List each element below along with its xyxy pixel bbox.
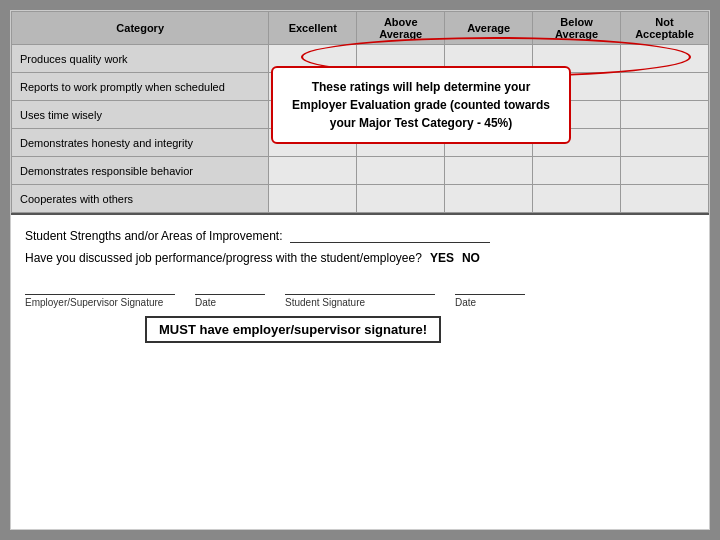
date1-label: Date — [195, 297, 216, 308]
rating-cell[interactable] — [269, 185, 357, 213]
discussed-label: Have you discussed job performance/progr… — [25, 251, 422, 265]
rating-cell[interactable] — [445, 157, 533, 185]
category-cell: Demonstrates honesty and integrity — [12, 129, 269, 157]
discussed-row: Have you discussed job performance/progr… — [25, 251, 695, 265]
employer-sig-block: Employer/Supervisor Signature — [25, 277, 175, 308]
rating-cell[interactable] — [621, 185, 709, 213]
student-sig-line[interactable] — [285, 277, 435, 295]
yes-label: YES — [430, 251, 454, 265]
rating-cell[interactable] — [533, 185, 621, 213]
excellent-header: Excellent — [269, 12, 357, 45]
above-average-header: Above Average — [357, 12, 445, 45]
category-cell: Produces quality work — [12, 45, 269, 73]
not-acceptable-header: Not Acceptable — [621, 12, 709, 45]
rating-cell[interactable] — [269, 157, 357, 185]
employer-sig-label: Employer/Supervisor Signature — [25, 297, 163, 308]
table-row: Cooperates with others — [12, 185, 709, 213]
below-average-header: Below Average — [533, 12, 621, 45]
average-header: Average — [445, 12, 533, 45]
rating-cell[interactable] — [445, 185, 533, 213]
strengths-label: Student Strengths and/or Areas of Improv… — [25, 229, 282, 243]
main-page: These ratings will help determine your E… — [10, 10, 710, 530]
category-cell: Demonstrates responsible behavior — [12, 157, 269, 185]
rating-cell[interactable] — [357, 157, 445, 185]
table-row: Demonstrates responsible behavior — [12, 157, 709, 185]
category-cell: Uses time wisely — [12, 101, 269, 129]
form-section: Student Strengths and/or Areas of Improv… — [11, 213, 709, 529]
category-cell: Reports to work promptly when scheduled — [12, 73, 269, 101]
strengths-input[interactable] — [290, 225, 490, 243]
must-have-box: MUST have employer/supervisor signature! — [145, 316, 441, 343]
date2-block: Date — [455, 277, 525, 308]
strengths-row: Student Strengths and/or Areas of Improv… — [25, 225, 695, 243]
rating-cell[interactable] — [357, 185, 445, 213]
rating-cell[interactable] — [621, 129, 709, 157]
category-cell: Cooperates with others — [12, 185, 269, 213]
tooltip-box: These ratings will help determine your E… — [271, 66, 571, 144]
rating-cell[interactable] — [621, 157, 709, 185]
no-label: NO — [462, 251, 480, 265]
date1-block: Date — [195, 277, 265, 308]
rating-cell[interactable] — [533, 157, 621, 185]
date1-line[interactable] — [195, 277, 265, 295]
student-sig-label: Student Signature — [285, 297, 365, 308]
date2-line[interactable] — [455, 277, 525, 295]
rating-cell[interactable] — [621, 101, 709, 129]
tooltip-text: These ratings will help determine your E… — [292, 80, 550, 130]
category-header: Category — [12, 12, 269, 45]
employer-sig-line[interactable] — [25, 277, 175, 295]
must-have-text: MUST have employer/supervisor signature! — [159, 322, 427, 337]
rating-cell[interactable] — [621, 73, 709, 101]
date2-label: Date — [455, 297, 476, 308]
signature-row: Employer/Supervisor Signature Date Stude… — [25, 277, 695, 308]
student-sig-block: Student Signature — [285, 277, 435, 308]
rating-cell[interactable] — [621, 45, 709, 73]
